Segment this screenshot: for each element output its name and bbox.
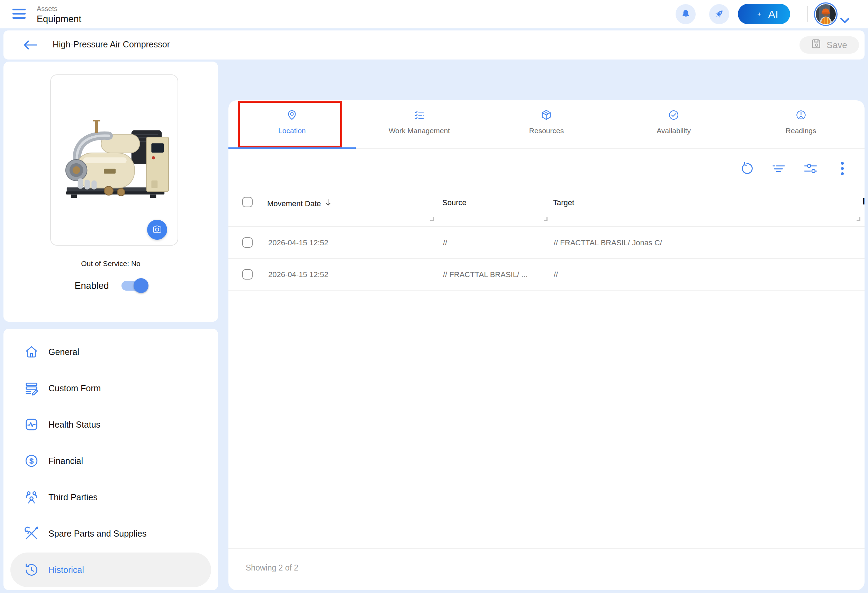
- refresh-icon: [740, 162, 753, 175]
- sidebar-item-label: Historical: [49, 565, 84, 575]
- filter-button[interactable]: [771, 161, 786, 176]
- sparkle-icon: [757, 12, 762, 17]
- topbar-divider: [807, 6, 808, 22]
- pulse-icon: [24, 417, 39, 432]
- sidebar-item-label: Health Status: [49, 420, 100, 430]
- sidebar-item-label: Spare Parts and Supplies: [49, 529, 147, 539]
- out-of-service-status: Out of Service: No: [3, 260, 218, 268]
- sort-desc-icon: [324, 198, 332, 209]
- table-header: Movement Date Source Target I: [229, 188, 865, 227]
- location-pin-icon: [286, 109, 298, 121]
- package-icon: [540, 109, 552, 121]
- result-count: Showing 2 of 2: [246, 563, 298, 572]
- tab-availability[interactable]: Availability: [610, 100, 738, 148]
- tab-bar: Location Work Management Resources Avail…: [229, 100, 865, 149]
- history-icon: [24, 562, 39, 577]
- change-photo-button[interactable]: [147, 220, 167, 240]
- tab-work-management[interactable]: Work Management: [356, 100, 483, 148]
- tab-label: Availability: [657, 127, 691, 135]
- sidebar-item-third-parties[interactable]: Third Parties: [10, 480, 211, 515]
- home-icon: [24, 345, 39, 359]
- sidebar-item-general[interactable]: General: [10, 335, 211, 369]
- sidebar-item-custom-form[interactable]: Custom Form: [10, 371, 211, 406]
- bell-icon: [681, 9, 691, 20]
- cell-target: // FRACTTAL BRASIL/ Jonas C/: [554, 238, 662, 247]
- column-settings-button[interactable]: [803, 161, 818, 176]
- ai-label: AI: [768, 8, 778, 20]
- column-header-target[interactable]: Target: [553, 198, 574, 207]
- tools-icon: [24, 526, 39, 541]
- column-resize-handle[interactable]: [544, 217, 548, 221]
- tab-label: Readings: [785, 127, 816, 135]
- dollar-icon: $: [24, 454, 39, 468]
- compressor-image: [56, 96, 173, 210]
- table-row[interactable]: 2026-04-15 12:52 // FRACTTAL BRASIL/ ...…: [229, 259, 865, 291]
- tab-label: Location: [278, 127, 306, 135]
- cell-source: // FRACTTAL BRASIL/ ...: [443, 270, 528, 279]
- row-checkbox[interactable]: [242, 237, 252, 248]
- cell-source: //: [443, 238, 447, 247]
- table-row[interactable]: 2026-04-15 12:52 // // FRACTTAL BRASIL/ …: [229, 227, 865, 259]
- toggle-thumb: [134, 278, 149, 293]
- column-resize-handle[interactable]: [856, 217, 861, 221]
- row-checkbox[interactable]: [242, 269, 252, 280]
- column-header-clipped: I: [862, 196, 865, 207]
- footer-divider: [229, 548, 865, 549]
- check-circle-icon: [668, 109, 679, 121]
- sidebar-item-label: Third Parties: [49, 492, 97, 502]
- chevron-down-icon[interactable]: [840, 17, 850, 25]
- enabled-label: Enabled: [74, 280, 109, 291]
- camera-icon: [152, 224, 162, 236]
- rocket-icon: [714, 8, 725, 21]
- back-button[interactable]: [21, 40, 39, 51]
- checklist-icon: [413, 109, 425, 121]
- avatar-image: [816, 4, 836, 24]
- column-header-source[interactable]: Source: [442, 198, 466, 207]
- floppy-icon: [811, 38, 822, 52]
- asset-header: High-Pressure Air Compressor Save: [3, 31, 865, 59]
- form-pencil-icon: [24, 381, 39, 395]
- column-header-movement-date[interactable]: Movement Date: [267, 198, 332, 209]
- tab-label: Work Management: [389, 127, 450, 135]
- enabled-toggle[interactable]: [121, 280, 147, 291]
- kebab-icon: [841, 162, 844, 176]
- sidebar-item-health-status[interactable]: Health Status: [10, 407, 211, 442]
- cell-movement-date: 2026-04-15 12:52: [268, 238, 328, 247]
- sidebar-item-label: Financial: [49, 456, 83, 466]
- cell-movement-date: 2026-04-15 12:52: [268, 270, 328, 279]
- breadcrumb-section: Assets: [37, 4, 81, 13]
- select-all-checkbox[interactable]: [242, 197, 252, 207]
- asset-photo: [50, 74, 178, 246]
- page-title: Equipment: [37, 13, 81, 25]
- breadcrumb: Assets Equipment: [37, 4, 81, 25]
- notifications-button[interactable]: [676, 4, 696, 24]
- tab-resources[interactable]: Resources: [483, 100, 610, 148]
- main-panel: Location Work Management Resources Avail…: [229, 100, 865, 590]
- asset-nav: General Custom Form Health Status $ Fina…: [3, 329, 218, 590]
- table-toolbar: [229, 149, 865, 188]
- svg-text:$: $: [30, 457, 34, 465]
- refresh-button[interactable]: [739, 161, 754, 176]
- cell-target: //: [554, 270, 558, 279]
- asset-summary-card: Out of Service: No Enabled: [3, 62, 218, 322]
- asset-title: High-Pressure Air Compressor: [53, 40, 170, 49]
- whats-new-button[interactable]: [709, 4, 729, 24]
- sidebar-item-historical[interactable]: Historical: [10, 553, 211, 587]
- tab-readings[interactable]: Readings: [737, 100, 865, 148]
- menu-icon[interactable]: [12, 9, 26, 20]
- sidebar-item-financial[interactable]: $ Financial: [10, 444, 211, 478]
- people-icon: [24, 490, 39, 504]
- sidebar-item-spare-parts[interactable]: Spare Parts and Supplies: [10, 516, 211, 551]
- tab-location[interactable]: Location: [229, 100, 356, 148]
- gauge-icon: [795, 109, 807, 121]
- user-avatar[interactable]: [814, 2, 837, 26]
- save-label: Save: [827, 40, 847, 50]
- sidebar-item-label: Custom Form: [49, 384, 101, 393]
- column-resize-handle[interactable]: [430, 217, 434, 221]
- tab-label: Resources: [529, 127, 564, 135]
- arrow-left-icon: [22, 46, 38, 51]
- sidebar-item-label: General: [49, 347, 79, 357]
- more-options-button[interactable]: [835, 161, 850, 176]
- ai-assistant-button[interactable]: AI: [738, 4, 790, 24]
- save-button[interactable]: Save: [800, 36, 859, 54]
